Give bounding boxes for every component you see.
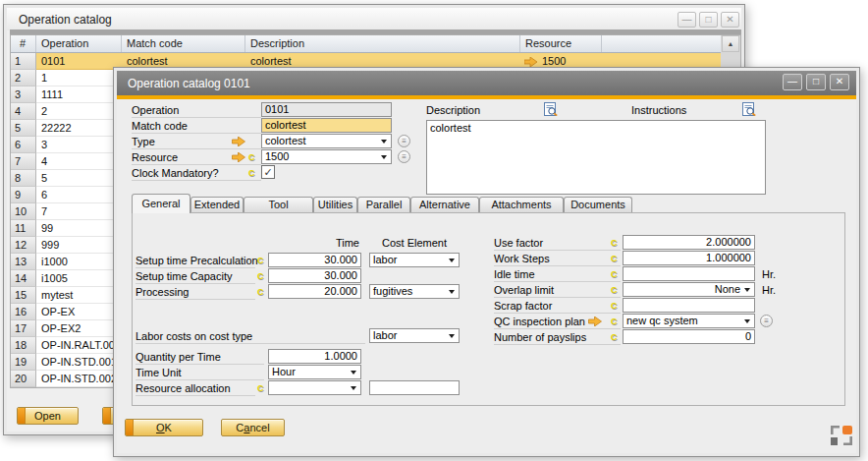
catalog-window-titlebar[interactable]: Operation catalog <box>7 8 741 30</box>
catalog-window-title: Operation catalog <box>19 13 112 27</box>
row-number[interactable]: 9 <box>11 187 36 203</box>
cell-operation[interactable]: 5 <box>36 170 122 186</box>
cell-operation[interactable]: 1111 <box>36 86 122 102</box>
tab-attachments[interactable]: Attachments <box>479 197 564 213</box>
close-icon[interactable]: ✕ <box>721 12 739 28</box>
clock-mandatory-label: Clock Mandatory? <box>132 166 261 181</box>
tab-parallel[interactable]: Parallel <box>357 197 410 213</box>
row-number[interactable]: 8 <box>11 170 36 187</box>
row-number[interactable]: 11 <box>11 220 36 237</box>
tab-alternative[interactable]: Alternative <box>410 197 479 213</box>
minimize-icon[interactable]: — <box>678 12 696 28</box>
open-button[interactable]: Open <box>17 407 79 425</box>
maximize-icon[interactable]: □ <box>806 74 826 90</box>
cancel-button-label: Cancel <box>236 422 269 433</box>
row-number[interactable]: 2 <box>11 70 36 86</box>
minimize-icon[interactable]: — <box>783 74 802 90</box>
cell-operation[interactable]: 3 <box>36 137 122 152</box>
row-number[interactable]: 15 <box>11 287 36 304</box>
row-number[interactable]: 10 <box>11 203 36 220</box>
row-number[interactable]: 14 <box>11 270 36 287</box>
close-icon[interactable]: ✕ <box>830 74 849 90</box>
cell-operation[interactable]: OP-IN.RALT.001 <box>36 337 122 353</box>
column-header-num[interactable]: # <box>11 35 36 52</box>
column-header-matchcode[interactable]: Match code <box>122 35 245 52</box>
cancel-button[interactable]: Cancel <box>221 419 285 436</box>
cell-operation[interactable]: 1 <box>36 70 122 86</box>
operation-label: Operation <box>132 103 261 118</box>
cell-operation[interactable]: i1000 <box>36 254 122 269</box>
row-number[interactable]: 6 <box>11 137 36 153</box>
tab-utilities[interactable]: Utilities <box>313 197 357 213</box>
ok-button-label: OK <box>156 422 172 433</box>
ok-button[interactable]: OK <box>125 419 203 436</box>
cell-operation[interactable]: 99 <box>36 220 122 236</box>
cell-operation[interactable]: 999 <box>36 237 122 253</box>
operation-field[interactable]: 0101 <box>261 102 392 117</box>
cell-operation[interactable]: mytest <box>36 287 122 303</box>
cell-operation[interactable]: OP-IN.STD.001 <box>36 354 122 370</box>
table-header-row: # Operation Match code Description Resou… <box>11 35 721 53</box>
maximize-icon[interactable]: □ <box>699 12 718 28</box>
instructions-label: Instructions <box>631 103 730 118</box>
cell-operation[interactable]: 4 <box>36 153 122 169</box>
customization-marker: C <box>248 167 258 179</box>
column-header-description[interactable]: Description <box>245 35 520 52</box>
row-number[interactable]: 3 <box>11 86 36 103</box>
row-number[interactable]: 18 <box>11 337 36 354</box>
desktop: Operation catalog — □ ✕ # Operation Matc… <box>0 0 868 461</box>
tab-extended[interactable]: Extended <box>190 197 244 213</box>
link-arrow-icon[interactable] <box>232 137 245 146</box>
document-preview-icon[interactable] <box>544 102 558 116</box>
choose-from-list-icon[interactable]: ≡ <box>398 150 410 163</box>
document-preview-icon[interactable] <box>742 102 756 116</box>
cell-operation[interactable]: i1005 <box>36 270 122 286</box>
type-dropdown[interactable]: colortest <box>261 134 392 148</box>
resource-value: 1500 <box>265 150 289 162</box>
description-textarea[interactable]: colortest <box>426 120 766 195</box>
row-number[interactable]: 5 <box>11 120 36 137</box>
row-number[interactable]: 4 <box>11 103 36 120</box>
scroll-up-icon[interactable]: ▲ <box>722 35 739 52</box>
row-number[interactable]: 7 <box>11 153 36 170</box>
match-code-field[interactable]: colortest <box>261 118 392 133</box>
cell-operation[interactable]: 0101 <box>36 53 122 69</box>
general-tab-panel <box>132 212 845 406</box>
match-code-label: Match code <box>132 119 261 134</box>
cell-operation[interactable]: 22222 <box>36 120 122 136</box>
column-header-operation[interactable]: Operation <box>36 35 122 52</box>
tab-tool[interactable]: Tool <box>244 197 313 213</box>
detail-window: Operation catalog 0101 — □ ✕ Operation 0… <box>113 67 860 457</box>
column-header-resource[interactable]: Resource <box>520 35 602 52</box>
row-number[interactable]: 19 <box>11 354 36 371</box>
row-number[interactable]: 20 <box>11 371 36 387</box>
open-button-label: Open <box>34 410 61 422</box>
resize-grip-icon[interactable] <box>830 425 853 446</box>
tab-general[interactable]: General <box>132 194 190 213</box>
row-number[interactable]: 1 <box>11 53 36 70</box>
resource-dropdown[interactable]: 1500 <box>261 149 392 164</box>
description-label: Description <box>426 103 524 118</box>
tab-documents[interactable]: Documents <box>564 197 632 213</box>
row-number[interactable]: 17 <box>11 320 36 337</box>
gold-accent-stripe <box>117 95 856 99</box>
clock-mandatory-checkbox[interactable]: ✓ <box>261 165 275 179</box>
row-number[interactable]: 13 <box>11 254 36 270</box>
type-value: colortest <box>265 135 306 146</box>
cell-operation[interactable]: 7 <box>36 203 122 219</box>
cell-operation[interactable]: 6 <box>36 187 122 202</box>
detail-window-titlebar[interactable]: Operation catalog 0101 <box>117 71 856 95</box>
row-number[interactable]: 16 <box>11 304 36 320</box>
cell-operation[interactable]: 2 <box>36 103 122 119</box>
row-number[interactable]: 12 <box>11 237 36 254</box>
cell-operation[interactable]: OP-EX <box>36 304 122 319</box>
column-header-blank <box>602 35 721 52</box>
link-arrow-icon[interactable] <box>232 152 245 162</box>
customization-marker: C <box>248 151 258 163</box>
cell-operation[interactable]: OP-EX2 <box>36 320 122 336</box>
choose-from-list-icon[interactable]: ≡ <box>398 135 410 147</box>
detail-window-title: Operation catalog 0101 <box>128 77 250 90</box>
cell-operation[interactable]: OP-IN.STD.002 <box>36 371 122 386</box>
